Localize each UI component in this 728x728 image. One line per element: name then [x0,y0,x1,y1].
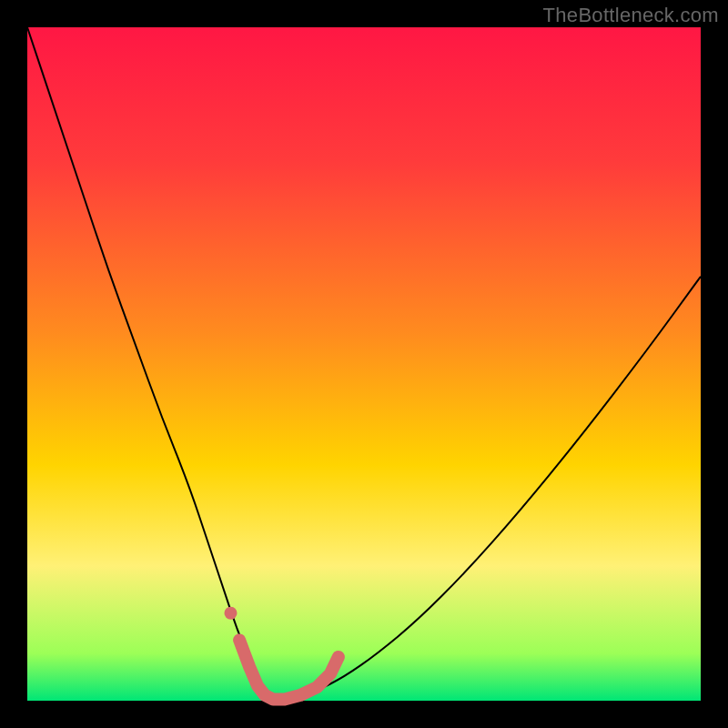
bottleneck-chart [0,0,728,728]
watermark-text: TheBottleneck.com [543,4,719,27]
chart-frame: TheBottleneck.com [0,0,728,728]
highlight-marker-dot [224,607,237,620]
plot-background [27,27,701,701]
